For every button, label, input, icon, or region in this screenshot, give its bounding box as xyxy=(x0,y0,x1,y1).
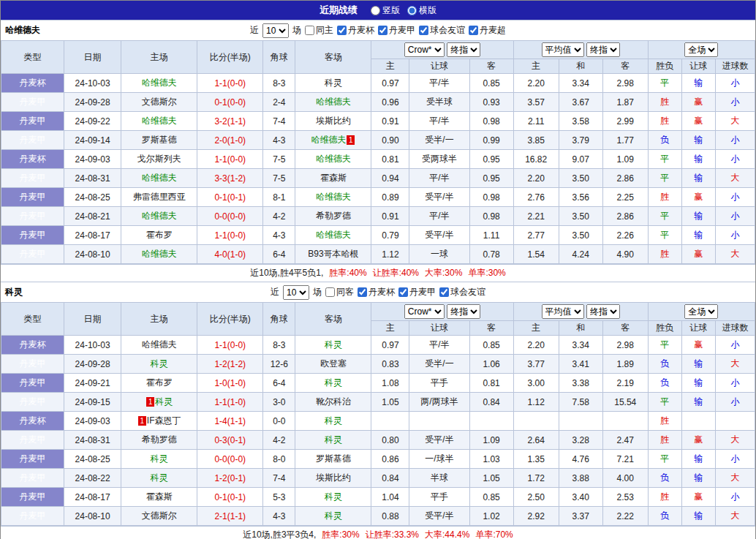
team-link[interactable]: 哈维德夫 xyxy=(142,211,177,221)
team-link[interactable]: 哈维德夫 xyxy=(316,154,351,164)
avg-away-cell: 2.86 xyxy=(602,207,648,226)
result-cell: 胜 xyxy=(648,93,681,112)
team-link[interactable]: 哈维德夫 xyxy=(142,78,177,88)
team-link[interactable]: 埃斯比约 xyxy=(316,116,351,126)
league-checkbox[interactable] xyxy=(419,26,428,35)
match-row: 丹麦杯24-10-03哈维德夫1-1(0-0)8-3科灵0.97平/半0.852… xyxy=(1,336,755,355)
team-link[interactable]: 科灵 xyxy=(325,434,342,445)
final-average-select[interactable]: 终指 xyxy=(586,304,620,319)
fulltime-select[interactable]: 全场 xyxy=(684,42,718,57)
team-link[interactable]: 埃斯比约 xyxy=(316,472,351,483)
team-link[interactable]: 弗雷德里西亚 xyxy=(133,192,186,202)
league-filter[interactable]: 丹麦甲 xyxy=(378,24,415,37)
league-filter[interactable]: 球会友谊 xyxy=(439,286,485,298)
team-link[interactable]: 科灵 xyxy=(155,396,173,407)
home-team-cell: 哈维德夫 xyxy=(121,207,197,226)
team-link[interactable]: 欧登塞 xyxy=(320,358,347,369)
team-link[interactable]: 科灵 xyxy=(151,358,168,369)
match-row: 丹麦甲24-09-21霍布罗1-0(1-0)6-4科灵1.08平手0.813.0… xyxy=(1,374,755,393)
result-cell: 胜 xyxy=(648,188,681,207)
team-link[interactable]: 科灵 xyxy=(325,78,342,88)
match-row: 丹麦甲24-08-10文德斯尔2-1(1-1)4-3科灵0.88受平/半1.02… xyxy=(1,507,755,526)
team-link[interactable]: 罗斯基德 xyxy=(316,453,351,464)
team-link[interactable]: 科灵 xyxy=(325,510,342,521)
away-team-cell: 靴尔科治 xyxy=(295,393,371,412)
sub-header-result: 胜负 xyxy=(648,59,681,74)
team-link[interactable]: 哈维德夫 xyxy=(316,230,351,240)
team-link[interactable]: 哈维德夫 xyxy=(142,339,177,350)
odds-company-select[interactable]: Crow* xyxy=(404,304,445,319)
team-link[interactable]: 霍森斯 xyxy=(320,173,347,183)
recent-count-select[interactable]: 10 xyxy=(262,23,289,38)
team-link[interactable]: 哈维德夫 xyxy=(311,135,346,145)
same-venue-filter[interactable]: 同主 xyxy=(305,24,333,37)
league-checkbox[interactable] xyxy=(358,287,367,297)
team-link[interactable]: 霍布罗 xyxy=(146,377,173,388)
team-link[interactable]: 文德斯尔 xyxy=(142,97,177,107)
vertical-layout-radio[interactable] xyxy=(371,6,380,15)
avg-away-cell: 1.87 xyxy=(602,93,648,112)
league-filter[interactable]: 丹麦杯 xyxy=(358,286,395,298)
goals-result-cell: 小 xyxy=(715,93,755,112)
team-link[interactable]: 文德斯尔 xyxy=(142,510,177,521)
same-venue-checkbox[interactable] xyxy=(305,26,314,35)
same-venue-checkbox[interactable] xyxy=(325,287,335,297)
team-link[interactable]: 科灵 xyxy=(325,415,342,426)
team-link[interactable]: 哈维德夫 xyxy=(142,173,177,183)
same-venue-label: 同客 xyxy=(336,286,354,298)
handicap-result-cell: 赢 xyxy=(681,431,715,450)
team-link[interactable]: 科灵 xyxy=(325,491,342,502)
handicap-cell: 平手 xyxy=(409,488,469,507)
average-select[interactable]: 平均值 xyxy=(542,42,584,57)
odds-company-select[interactable]: Crow* xyxy=(404,42,445,57)
sub-header-away-odds: 客 xyxy=(469,59,513,74)
away-odds-cell: 0.98 xyxy=(469,207,513,226)
team-link[interactable]: 哈维德夫 xyxy=(316,192,351,202)
horizontal-layout-radio[interactable] xyxy=(407,6,417,15)
handicap-cell: 平/半 xyxy=(409,169,469,188)
average-select[interactable]: 平均值 xyxy=(542,304,584,319)
layout-option-horizontal[interactable]: 横版 xyxy=(407,4,436,17)
league-filter[interactable]: 球会友谊 xyxy=(419,24,465,37)
team-link[interactable]: 霍森斯 xyxy=(146,491,173,502)
team-link[interactable]: 科灵 xyxy=(151,472,168,483)
team-link[interactable]: IF森恩丁 xyxy=(147,415,181,426)
league-filter[interactable]: 丹麦杯 xyxy=(337,24,374,37)
layout-option-vertical[interactable]: 竖版 xyxy=(371,4,400,17)
final-odds-select[interactable]: 终指 xyxy=(447,304,480,319)
league-checkbox[interactable] xyxy=(378,26,388,35)
col-header-score: 比分(半场) xyxy=(197,303,263,336)
team-link[interactable]: 霍布罗 xyxy=(146,230,173,240)
league-filter[interactable]: 丹麦甲 xyxy=(398,286,436,298)
final-odds-select[interactable]: 终指 xyxy=(447,42,480,57)
league-checkbox[interactable] xyxy=(398,287,408,297)
team-link[interactable]: B93哥本哈根 xyxy=(308,249,358,259)
team-link[interactable]: 希勒罗德 xyxy=(316,211,351,221)
league-type-cell: 丹麦杯 xyxy=(1,336,64,355)
team-link[interactable]: 靴尔科治 xyxy=(316,396,351,407)
avg-draw-cell: 3.34 xyxy=(559,336,602,355)
avg-away-cell: 2.86 xyxy=(602,169,648,188)
score-cell: 0-0(0-0) xyxy=(197,450,263,469)
team-link[interactable]: 戈尔斯列夫 xyxy=(137,154,181,164)
filterbar: 哈维德夫 近10场同主丹麦杯丹麦甲球会友谊丹麦超 xyxy=(1,20,755,40)
team-link[interactable]: 希勒罗德 xyxy=(142,434,177,445)
team-link[interactable]: 罗斯基德 xyxy=(142,135,177,145)
final-average-select[interactable]: 终指 xyxy=(586,42,620,57)
fulltime-select[interactable]: 全场 xyxy=(684,304,718,319)
league-checkbox[interactable] xyxy=(439,287,449,297)
league-checkbox[interactable] xyxy=(337,26,347,35)
team-link[interactable]: 哈维德夫 xyxy=(142,116,177,126)
same-venue-filter[interactable]: 同客 xyxy=(325,286,354,298)
recent-count-select[interactable]: 10 xyxy=(283,285,309,300)
team-link[interactable]: 科灵 xyxy=(151,453,168,464)
league-filter[interactable]: 丹麦超 xyxy=(469,24,506,37)
team-link[interactable]: 哈维德夫 xyxy=(316,97,351,107)
team-link[interactable]: 科灵 xyxy=(325,339,342,350)
team-name: 哈维德夫 xyxy=(5,24,40,37)
result-cell: 胜 xyxy=(648,488,681,507)
league-checkbox[interactable] xyxy=(469,26,478,35)
team-link[interactable]: 哈维德夫 xyxy=(142,249,177,259)
team-link[interactable]: 科灵 xyxy=(325,377,342,388)
handicap-result-cell: 输 xyxy=(681,450,715,469)
